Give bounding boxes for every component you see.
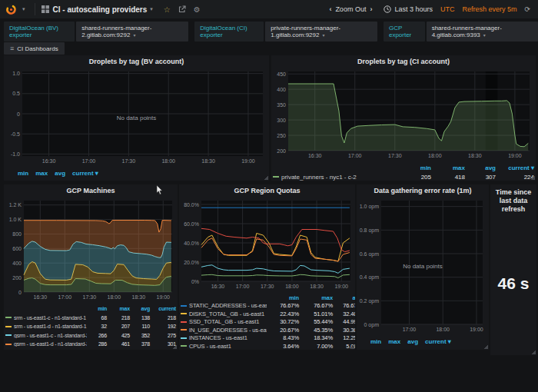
series-name[interactable]: IN_USE_ADDRESSES - us-east1 bbox=[189, 327, 267, 334]
legend-link-min[interactable]: min bbox=[18, 170, 28, 177]
svg-text:19:00: 19:00 bbox=[241, 158, 255, 164]
refresh-icon[interactable]: ⟳ bbox=[524, 5, 530, 13]
star-icon[interactable]: ☆ bbox=[164, 5, 171, 14]
series-color-swatch bbox=[181, 345, 187, 347]
legend-value: 7.00% bbox=[299, 343, 333, 350]
legend-column-current[interactable]: current bbox=[150, 306, 176, 311]
panel-title[interactable]: GCP Machines bbox=[5, 186, 176, 196]
dashboard-links-row: ≡ CI Dashboards bbox=[4, 40, 65, 55]
legend-column-max[interactable]: max bbox=[431, 164, 465, 171]
svg-text:800: 800 bbox=[12, 231, 22, 237]
legend-value: 76.67% bbox=[333, 302, 355, 309]
refresh-interval-button[interactable]: Refresh every 5m bbox=[462, 5, 516, 13]
svg-text:0.5: 0.5 bbox=[12, 91, 20, 96]
legend-column-min[interactable]: min bbox=[267, 294, 299, 301]
legend-column-max[interactable]: max bbox=[107, 306, 130, 311]
series-color-swatch bbox=[5, 334, 12, 336]
zoom-out-left-chevron-icon[interactable]: ‹ bbox=[325, 5, 335, 13]
variable-do-bv: DigitalOcean (BV) exporter shared-runner… bbox=[4, 22, 188, 42]
svg-text:17:00: 17:00 bbox=[58, 294, 72, 300]
legend-link-max[interactable]: max bbox=[388, 338, 400, 345]
series-name[interactable]: STATIC_ADDRESSES - us-east1 bbox=[189, 302, 267, 309]
ci-dashboards-link[interactable]: ≡ CI Dashboards bbox=[4, 42, 65, 55]
svg-text:300: 300 bbox=[277, 118, 286, 123]
droplets-ci-chart[interactable]: 16:3017:0017:3018:0018:3019:004504003503… bbox=[273, 67, 534, 159]
legend-value: 286 bbox=[87, 341, 107, 347]
legend-column-max[interactable]: max bbox=[299, 294, 333, 301]
zoom-out-button[interactable]: Zoom Out bbox=[335, 5, 366, 13]
legend-value: 138 bbox=[130, 315, 150, 321]
legend-column-avg[interactable]: avg bbox=[465, 164, 496, 171]
svg-text:20.0%: 20.0% bbox=[184, 260, 199, 265]
legend-value: 224 bbox=[496, 174, 534, 181]
legend-link-avg[interactable]: avg bbox=[407, 338, 418, 345]
svg-text:17:00: 17:00 bbox=[82, 158, 96, 164]
panel-title[interactable]: GCP Region Quotas bbox=[181, 186, 354, 196]
legend-value: 418 bbox=[431, 174, 465, 181]
panel-title[interactable]: Droplets by tag (CI account) bbox=[273, 57, 534, 67]
series-name[interactable]: DISKS_TOTAL_GB - us-east1 bbox=[189, 311, 264, 317]
series-color-swatch bbox=[181, 321, 187, 323]
chevron-down-icon: ▾ bbox=[133, 33, 135, 38]
legend-link-current[interactable]: current ▾ bbox=[72, 170, 98, 177]
svg-text:0%: 0% bbox=[191, 279, 199, 284]
gcp-machines-chart[interactable]: 16:3017:0017:3018:0018:3019:001.2 K1.0 K… bbox=[5, 196, 176, 301]
legend-column-avg[interactable]: avg bbox=[130, 306, 150, 311]
settings-gear-icon[interactable]: ⚙ bbox=[194, 5, 201, 14]
timezone-label[interactable]: UTC bbox=[440, 5, 455, 13]
panel-gcp-region-quotas: GCP Region Quotas 16:3017:0017:3018:0018… bbox=[179, 184, 355, 350]
series-name[interactable]: private_runners - nyc1 - c-2 bbox=[281, 174, 357, 181]
error-rate-chart[interactable]: 17:0018:0019:001.0 opm0.8 opm0.6 opm0.4 … bbox=[358, 196, 487, 333]
panel-title[interactable]: Droplets by tag (BV account) bbox=[5, 57, 267, 67]
legend-link-current[interactable]: current ▾ bbox=[425, 338, 451, 345]
grafana-logo[interactable] bbox=[5, 3, 18, 16]
panel-title[interactable]: Data gathering error rate (1m) bbox=[358, 186, 487, 196]
panel-gcp-machines: GCP Machines 16:3017:0017:3018:0018:3019… bbox=[4, 184, 178, 350]
legend-table: minmaxavgcurrentsrm - us-east1-c - n1-st… bbox=[5, 304, 176, 349]
series-name[interactable]: srm - us-east1-d - n1-standard-1 bbox=[14, 324, 86, 329]
legend-column-min[interactable]: min bbox=[87, 306, 107, 311]
time-range-button[interactable]: Last 3 hours bbox=[394, 5, 433, 13]
dashboard-title-caret-icon[interactable]: ▾ bbox=[150, 6, 153, 12]
svg-text:600: 600 bbox=[12, 246, 22, 251]
series-name[interactable]: INSTANCES - us-east1 bbox=[189, 334, 247, 341]
legend-link-min[interactable]: min bbox=[370, 338, 381, 345]
legend-column-current[interactable]: current ▾ bbox=[496, 164, 534, 171]
dashboard-title[interactable]: CI - autoscaling providers bbox=[53, 5, 148, 14]
legend-value: 76.67% bbox=[267, 302, 299, 309]
panel-title[interactable]: Time since last data refresh bbox=[492, 186, 535, 214]
svg-text:16:30: 16:30 bbox=[42, 158, 56, 164]
series-name[interactable]: CPUS - us-east1 bbox=[189, 343, 231, 350]
variable-value-dropdown[interactable]: private-runners-manager-1.gitlab.com:929… bbox=[265, 22, 377, 42]
legend-value: 51.01% bbox=[299, 311, 333, 317]
svg-text:80.0%: 80.0% bbox=[184, 202, 199, 208]
series-name[interactable]: gsrm - us-east1-d - n1-standard-2 bbox=[14, 341, 87, 347]
legend-value: 307 bbox=[465, 174, 496, 181]
variable-value-dropdown[interactable]: shared-runners-manager-2.gitlab.com:9292… bbox=[76, 22, 188, 42]
zoom-out-right-chevron-icon[interactable]: › bbox=[366, 5, 376, 13]
series-color-swatch bbox=[181, 329, 187, 331]
series-name[interactable]: srm - us-east1-c - n1-standard-1 bbox=[14, 315, 86, 321]
share-icon[interactable] bbox=[178, 5, 186, 13]
legend-column-min[interactable]: min bbox=[397, 164, 431, 171]
svg-text:18:00: 18:00 bbox=[428, 153, 442, 158]
legend-series-row: private_runners - nyc1 - c-2205418307224 bbox=[273, 172, 534, 181]
legend-column-avg[interactable]: avg bbox=[333, 294, 355, 301]
gcp-quotas-chart[interactable]: 16:3017:0017:3018:0018:3019:0080.0%60.0%… bbox=[181, 196, 354, 290]
svg-text:19:00: 19:00 bbox=[470, 327, 483, 332]
droplets-bv-chart[interactable]: 16:3017:0017:3018:0018:3019:001.00.50-0.… bbox=[5, 67, 267, 164]
legend-link-max[interactable]: max bbox=[35, 170, 48, 177]
legend-value: 30.30% bbox=[333, 327, 355, 334]
series-name[interactable]: SSD_TOTAL_GB - us-east1 bbox=[189, 318, 259, 325]
sidemenu-caret-icon[interactable]: ▾ bbox=[22, 6, 25, 12]
series-name[interactable]: gsrm - us-east1-c - n1-standard-2 bbox=[14, 333, 87, 338]
svg-text:350: 350 bbox=[277, 102, 286, 108]
nav-divider bbox=[35, 3, 35, 15]
variable-value-dropdown[interactable]: shared-runners-manager-4.gitlab.com:9393… bbox=[427, 22, 538, 42]
singlestat-value: 46 s bbox=[498, 274, 530, 293]
series-color-swatch bbox=[181, 313, 187, 314]
legend-value: 8.43% bbox=[267, 334, 299, 341]
legend-value: 30.72% bbox=[267, 318, 299, 325]
list-icon: ≡ bbox=[10, 45, 14, 52]
legend-link-avg[interactable]: avg bbox=[55, 170, 65, 177]
